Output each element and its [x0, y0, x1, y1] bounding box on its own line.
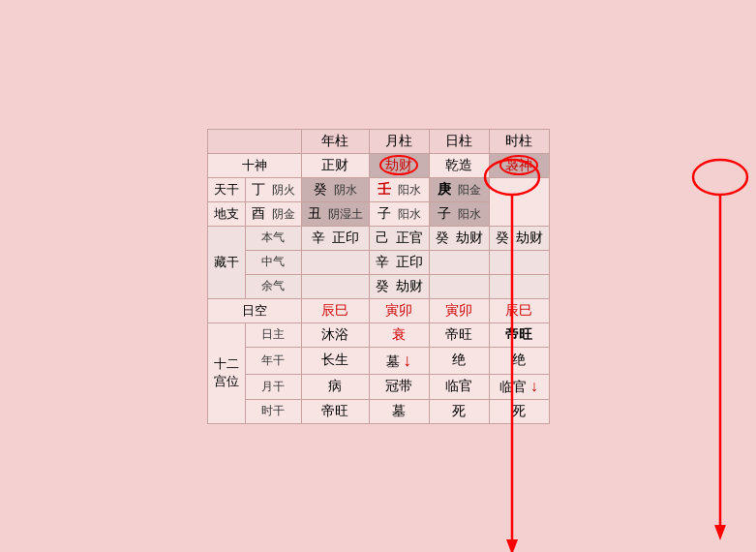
gongwei-shigan-row: 时干 帝旺 墓 死 死	[207, 399, 549, 423]
gongwei-yuegan-row: 月干 病 冠带 临官 临官 ↓	[207, 374, 549, 399]
dizhi-label-cell: 地支	[207, 201, 245, 226]
gongwei-rizhu-label: 日主	[245, 322, 301, 347]
shishen-shi: 袅神	[489, 153, 549, 177]
zanggan-label-main: 藏干	[207, 226, 245, 298]
dizhi-nian: 酉 阴金	[245, 201, 301, 226]
zanggan-yuqi-shi	[489, 274, 549, 298]
shishen-yue: 劫财	[369, 153, 429, 177]
zanggan-zhongqi-yue-name: 正印	[396, 255, 423, 269]
gongwei-rizhu-yue-val: 衰	[392, 327, 406, 342]
gongwei-label-main: 十二宫位	[207, 322, 245, 423]
zanggan-yuqi-label: 余气	[245, 274, 301, 298]
header-nian: 年柱	[301, 129, 369, 153]
gongwei-niangan-yue: 墓 ↓	[369, 347, 429, 374]
shishen-label: 十神	[207, 153, 301, 177]
gongwei-rizhu-yue: 衰	[369, 322, 429, 347]
dizhi-shi: 子 阳水	[429, 201, 489, 226]
down-arrow-yue: ↓	[403, 351, 411, 370]
gongwei-rizhu-ri: 帝旺	[429, 322, 489, 347]
tiangan-nian-elem: 阴火	[272, 183, 295, 197]
zanggan-zhongqi-row: 中气 辛 正印	[207, 250, 549, 274]
zanggan-zhongqi-shi	[489, 250, 549, 274]
gongwei-yuegan-nian: 病	[301, 374, 369, 399]
zanggan-benqi-nian-name: 正印	[332, 230, 359, 245]
zanggan-yuqi-ri	[429, 274, 489, 298]
gongwei-yuegan-ri: 临官	[429, 374, 489, 399]
tiangan-ri-elem: 阳水	[398, 183, 421, 197]
shishen-nian: 正财	[301, 153, 369, 177]
gongwei-rizhu-row: 十二宫位 日主 沐浴 衰 帝旺 帝旺	[207, 322, 549, 347]
zanggan-zhongqi-yue-char: 辛	[376, 255, 389, 269]
gongwei-niangan-label: 年干	[245, 347, 301, 374]
gongwei-shigan-yue: 墓	[369, 399, 429, 423]
gongwei-niangan-nian: 长生	[301, 347, 369, 374]
zanggan-benqi-shi-char: 癸	[496, 230, 509, 245]
svg-marker-3	[714, 525, 726, 540]
riku-label: 日空	[207, 298, 301, 322]
shishen-ri: 乾造	[429, 153, 489, 177]
dizhi-ri-char: 子	[378, 206, 391, 221]
zanggan-yuqi-yue-name: 劫财	[396, 279, 423, 293]
zanggan-benqi-yue-char: 己	[376, 230, 389, 245]
tiangan-shi-elem: 阳金	[458, 183, 481, 197]
zanggan-benqi-ri: 癸 劫财	[429, 226, 489, 250]
gongwei-yuegan-label: 月干	[245, 374, 301, 399]
empty-header	[207, 129, 301, 153]
zanggan-zhongqi-label: 中气	[245, 250, 301, 274]
zanggan-benqi-shi: 癸 劫财	[489, 226, 549, 250]
shishen-row: 十神 正财 劫财 乾造 袅神	[207, 153, 549, 177]
dizhi-shi-elem: 阳水	[458, 207, 481, 221]
tiangan-label-cell: 天干	[207, 177, 245, 201]
dizhi-yue-char: 丑	[308, 206, 321, 221]
dizhi-shi-char: 子	[438, 206, 451, 221]
zanggan-benqi-nian-char: 辛	[312, 230, 325, 245]
gongwei-shigan-label: 时干	[245, 399, 301, 423]
dizhi-yue: 丑 阴湿土	[301, 201, 369, 226]
header-ri: 日柱	[429, 129, 489, 153]
gongwei-yuegan-shi-val: 临官	[499, 380, 527, 394]
header-row: 年柱 月柱 日柱 时柱	[207, 129, 549, 153]
gongwei-shigan-nian: 帝旺	[301, 399, 369, 423]
tiangan-ri: 壬 阳水	[369, 177, 429, 201]
dizhi-nian-elem: 阴金	[272, 207, 295, 221]
tiangan-nian-char: 丁	[252, 182, 265, 197]
zanggan-yuqi-yue: 癸 劫财	[369, 274, 429, 298]
tiangan-shi: 庚 阳金	[429, 177, 489, 201]
tiangan-yue-char: 癸	[314, 182, 327, 197]
zanggan-benqi-label: 本气	[245, 226, 301, 250]
zanggan-zhongqi-nian	[301, 250, 369, 274]
zanggan-benqi-ri-char: 癸	[436, 230, 449, 245]
zanggan-zhongqi-ri	[429, 250, 489, 274]
chart-wrapper: 年柱 月柱 日柱 时柱 十神 正财 劫财 乾造 袅神 天干 地支 天干 丁 阴火	[207, 129, 550, 424]
gongwei-niangan-row: 年干 长生 墓 ↓ 绝 绝	[207, 347, 549, 374]
zanggan-benqi-nian: 辛 正印	[301, 226, 369, 250]
svg-marker-2	[506, 539, 518, 553]
down-arrow-shi: ↓	[530, 378, 538, 394]
header-yue: 月柱	[369, 129, 429, 153]
gongwei-niangan-shi: 绝	[489, 347, 549, 374]
riku-row: 日空 辰巳 寅卯 寅卯 辰巳	[207, 298, 549, 322]
zanggan-yuqi-yue-char: 癸	[376, 279, 389, 293]
tiangan-nian: 丁 阴火	[245, 177, 301, 201]
zanggan-zhongqi-yue: 辛 正印	[369, 250, 429, 274]
zanggan-benqi-ri-name: 劫财	[456, 230, 483, 245]
gongwei-shigan-shi: 死	[489, 399, 549, 423]
riku-nian: 辰巳	[301, 298, 369, 322]
tiangan-yue-elem: 阴水	[334, 183, 357, 197]
bazi-table: 年柱 月柱 日柱 时柱 十神 正财 劫财 乾造 袅神 天干 地支 天干 丁 阴火	[207, 129, 550, 424]
zanggan-yuqi-row: 余气 癸 劫财	[207, 274, 549, 298]
riku-ri: 寅卯	[429, 298, 489, 322]
shishen-shi-circled: 袅神	[499, 155, 538, 175]
svg-point-1	[693, 160, 747, 195]
zanggan-benqi-yue: 己 正官	[369, 226, 429, 250]
gongwei-rizhu-shi-val: 帝旺	[505, 327, 532, 342]
tiangan-ri-char: 壬	[378, 182, 391, 197]
shishen-yue-circled: 劫财	[379, 155, 418, 175]
dizhi-yue-elem: 阴湿土	[328, 207, 363, 221]
dizhi-nian-char: 酉	[252, 206, 265, 221]
zanggan-benqi-row: 藏干 本气 辛 正印 己 正官 癸 劫财 癸 劫财	[207, 226, 549, 250]
zanggan-benqi-yue-name: 正官	[396, 230, 423, 245]
gongwei-shigan-ri: 死	[429, 399, 489, 423]
tiangan-row: 天干 地支 天干 丁 阴火 癸 阴水 壬 阳水 庚 阳金	[207, 177, 549, 201]
dizhi-ri-elem: 阳水	[398, 207, 421, 221]
